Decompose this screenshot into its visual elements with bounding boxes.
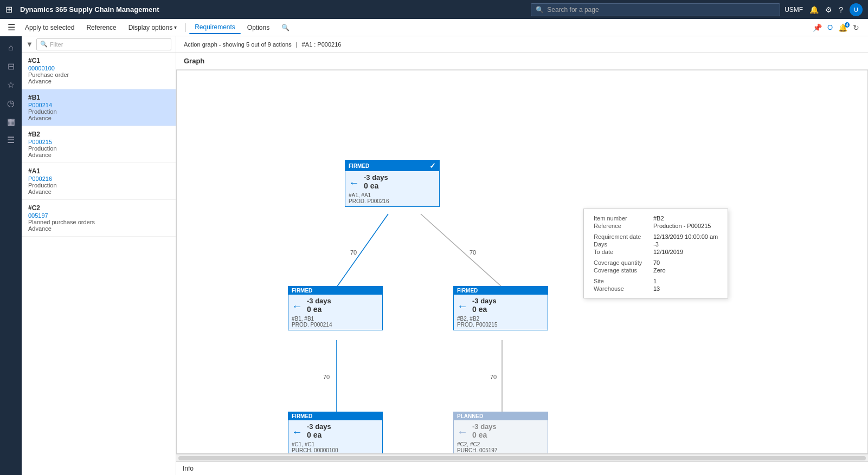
reference-value: Production - P000215 (651, 222, 720, 230)
node-b2-refs: #B2, #B2 PROD. P000215 (457, 316, 544, 328)
nav-item-b2[interactable]: #B2 P000215 Production Advance (22, 126, 176, 163)
right-panel: Action graph - showing 5 out of 9 action… (176, 36, 868, 475)
node-b2-ref2: PROD. P000215 (457, 322, 544, 328)
node-a1-refs: #A1, #A1 PROD. P000216 (349, 192, 436, 204)
sidebar-icon-workspaces[interactable]: ▦ (2, 113, 20, 129)
nav-item-b1-code: P000214 (28, 102, 169, 108)
app-title: Dynamics 365 Supply Chain Management (20, 5, 526, 14)
apply-to-selected-button[interactable]: Apply to selected (20, 22, 80, 34)
options-tab[interactable]: Options (242, 22, 275, 34)
waffle-icon[interactable]: ⊞ (5, 4, 12, 15)
separator-1 (185, 23, 186, 32)
svg-text:70: 70 (490, 374, 497, 380)
nav-item-b1[interactable]: #B1 P000214 Production Advance (22, 89, 176, 126)
left-sidebar: ⌂ ⊟ ☆ ◷ ▦ ☰ (0, 36, 22, 475)
warehouse-value: 13 (651, 285, 720, 292)
avatar-icon[interactable]: U (850, 3, 863, 16)
bottom-bar-label: Info (183, 465, 194, 472)
node-b1-body: ← -3 days 0 ea #B1, #B1 PROD. P000214 (288, 295, 382, 330)
bottom-bar: Info (176, 461, 868, 475)
node-b1-arrow: ← (292, 300, 303, 313)
settings-icon[interactable]: ⚙ (825, 5, 832, 14)
nav-item-c1[interactable]: #C1 00000100 Purchase order Advance (22, 53, 176, 89)
nav-item-b1-type: Production (28, 108, 169, 115)
full-layout: ⌂ ⊟ ☆ ◷ ▦ ☰ ▼ 🔍 Filter #C1 00000100 Purc… (0, 36, 868, 475)
nav-item-c2-tag: Advance (28, 225, 169, 232)
graph-ref: #A1 : P000216 (302, 41, 342, 48)
user-label: USMF (785, 6, 803, 14)
notification-icon[interactable]: 🔔 (809, 5, 819, 14)
node-c1[interactable]: FIRMED ← -3 days 0 ea #C1, #C1 PURCH. 00… (288, 412, 383, 454)
item-number-label: Item number (591, 214, 651, 222)
node-b2-arrow: ← (457, 300, 468, 313)
requirements-tab[interactable]: Requirements (189, 21, 241, 34)
node-b1[interactable]: FIRMED ← -3 days 0 ea #B1, #B1 PROD. P00… (288, 286, 383, 330)
office-icon[interactable]: O (827, 23, 833, 31)
node-c2-body: ← -3 days 0 ea #C2, #C2 PURCH. 005197 (454, 420, 548, 454)
svg-text:70: 70 (350, 249, 357, 256)
node-c2-arrow: ← (457, 426, 468, 438)
search-icon-action[interactable]: 🔍 (276, 22, 295, 34)
nav-list: #C1 00000100 Purchase order Advance #B1 … (22, 53, 176, 475)
node-c2-ea: 0 ea (457, 431, 544, 439)
req-date-label: Requirement date (591, 233, 651, 240)
sidebar-icon-recent[interactable]: ◷ (2, 95, 20, 111)
coverage-status-value: Zero (651, 266, 720, 274)
nav-item-c1-code: 00000100 (28, 65, 169, 71)
graph-header: Action graph - showing 5 out of 9 action… (176, 36, 868, 53)
sidebar-icon-home[interactable]: ⌂ (2, 40, 20, 56)
node-a1[interactable]: FIRMED ✓ ← -3 days 0 ea #A1, #A1 PROD. P… (345, 160, 440, 207)
nav-item-a1[interactable]: #A1 P000216 Production Advance (22, 163, 176, 200)
menu-toggle-icon[interactable]: ☰ (4, 20, 18, 35)
left-panel: ▼ 🔍 Filter #C1 00000100 Purchase order A… (22, 36, 176, 475)
filter-input[interactable]: 🔍 Filter (36, 38, 171, 50)
node-b2-ea: 0 ea (457, 305, 544, 314)
sidebar-icon-filter[interactable]: ⊟ (2, 58, 20, 74)
node-b1-ref2: PROD. P000214 (292, 322, 379, 328)
item-number-value: #B2 (651, 214, 720, 222)
sidebar-icon-modules[interactable]: ☰ (2, 132, 20, 148)
node-b2[interactable]: FIRMED ← -3 days 0 ea #B2, #B2 PROD. P00… (453, 286, 548, 330)
node-a1-ref1: #A1, #A1 (349, 192, 436, 198)
sidebar-icon-favorites[interactable]: ☆ (2, 76, 20, 93)
node-c2[interactable]: PLANNED ← -3 days 0 ea #C2, #C2 PURCH. 0… (453, 412, 548, 454)
nav-item-c2-type: Planned purchase orders (28, 219, 169, 225)
filter-search-icon: 🔍 (40, 41, 48, 48)
graph-canvas[interactable]: 70 70 70 70 FIRMED ✓ ← -3 days 0 ea #A1,… (176, 70, 868, 454)
pin-icon[interactable]: 📌 (813, 23, 822, 32)
node-c1-refs: #C1, #C1 PURCH. 00000100 (292, 441, 379, 453)
help-icon[interactable]: ? (839, 5, 843, 14)
graph-svg: 70 70 70 70 (177, 70, 867, 453)
refresh-icon[interactable]: ↻ (853, 23, 859, 32)
node-a1-days: -3 days (349, 173, 436, 181)
coverage-qty-label: Coverage quantity (591, 259, 651, 266)
days-label: Days (591, 240, 651, 248)
nav-item-b2-tag: Advance (28, 152, 169, 158)
nav-item-a1-tag: Advance (28, 188, 169, 195)
reference-button[interactable]: Reference (81, 22, 121, 34)
warehouse-label: Warehouse (591, 285, 651, 292)
h-scroll-bar[interactable] (176, 454, 868, 461)
info-popup: Item number #B2 Reference Production - P… (583, 209, 728, 298)
top-nav-bar: ⊞ Dynamics 365 Supply Chain Management 🔍… (0, 0, 868, 19)
nav-item-c2-code: 005197 (28, 212, 169, 219)
search-box[interactable]: 🔍 Search for a page (531, 3, 780, 16)
node-a1-ref2: PROD. P000216 (349, 198, 436, 204)
filter-icon[interactable]: ▼ (26, 40, 33, 48)
nav-item-b2-type: Production (28, 145, 169, 152)
action-bar-right-icons: 📌 O 🔔4 ↻ (813, 23, 864, 32)
display-options-button[interactable]: Display options ▾ (123, 22, 182, 34)
node-a1-check: ✓ (429, 161, 436, 170)
graph-action-text: Action graph - showing 5 out of 9 action… (184, 41, 292, 48)
to-date-value: 12/10/2019 (651, 248, 720, 256)
to-date-label: To date (591, 248, 651, 256)
notification-badge-icon[interactable]: 🔔4 (838, 23, 847, 32)
req-date-value: 12/13/2019 10:00:00 am (651, 233, 720, 240)
nav-item-b2-code: P000215 (28, 139, 169, 145)
graph-section-label: Graph (176, 53, 868, 70)
node-a1-body: ← -3 days 0 ea #A1, #A1 PROD. P000216 (345, 171, 439, 206)
node-c2-header: PLANNED (454, 412, 548, 420)
graph-separator: | (296, 41, 298, 48)
nav-item-c2-id: #C2 (28, 204, 169, 212)
nav-item-c2[interactable]: #C2 005197 Planned purchase orders Advan… (22, 200, 176, 237)
